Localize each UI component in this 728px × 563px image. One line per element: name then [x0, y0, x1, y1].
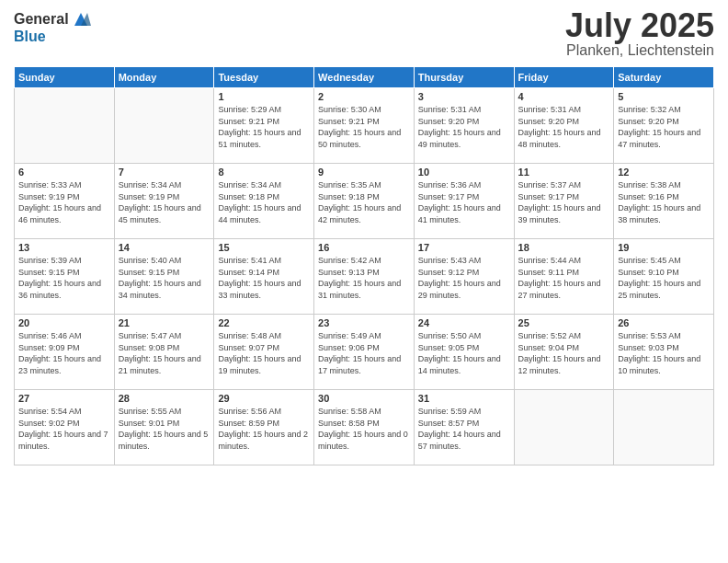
- sun-info: Sunrise: 5:44 AMSunset: 9:11 PMDaylight:…: [518, 255, 610, 301]
- calendar-cell: 29Sunrise: 5:56 AMSunset: 8:59 PMDayligh…: [214, 390, 314, 465]
- calendar-cell: 27Sunrise: 5:54 AMSunset: 9:02 PMDayligh…: [15, 390, 115, 465]
- calendar-cell: 13Sunrise: 5:39 AMSunset: 9:15 PMDayligh…: [15, 239, 115, 315]
- day-number: 18: [518, 242, 610, 253]
- calendar-cell: 21Sunrise: 5:47 AMSunset: 9:08 PMDayligh…: [114, 315, 214, 390]
- header-monday: Monday: [114, 67, 214, 88]
- day-number: 25: [518, 317, 610, 328]
- sun-info: Sunrise: 5:38 AMSunset: 9:16 PMDaylight:…: [618, 179, 710, 225]
- sun-info: Sunrise: 5:30 AMSunset: 9:21 PMDaylight:…: [318, 104, 410, 150]
- day-number: 6: [18, 167, 110, 178]
- sun-info: Sunrise: 5:55 AMSunset: 9:01 PMDaylight:…: [119, 406, 210, 452]
- calendar-week-row: 13Sunrise: 5:39 AMSunset: 9:15 PMDayligh…: [15, 239, 714, 315]
- calendar-cell: 15Sunrise: 5:41 AMSunset: 9:14 PMDayligh…: [214, 239, 314, 315]
- day-number: 31: [418, 393, 510, 404]
- sun-info: Sunrise: 5:52 AMSunset: 9:04 PMDaylight:…: [518, 330, 610, 376]
- calendar-cell: 6Sunrise: 5:33 AMSunset: 9:19 PMDaylight…: [15, 164, 115, 239]
- sun-info: Sunrise: 5:40 AMSunset: 9:15 PMDaylight:…: [119, 255, 210, 301]
- day-number: 14: [119, 242, 210, 253]
- calendar-cell: [514, 390, 614, 465]
- day-number: 7: [119, 167, 210, 178]
- day-number: 28: [119, 393, 210, 404]
- calendar-cell: 9Sunrise: 5:35 AMSunset: 9:18 PMDaylight…: [314, 164, 415, 239]
- calendar-cell: [15, 88, 115, 164]
- sun-info: Sunrise: 5:33 AMSunset: 9:19 PMDaylight:…: [18, 179, 110, 225]
- sun-info: Sunrise: 5:39 AMSunset: 9:15 PMDaylight:…: [18, 255, 110, 301]
- calendar-cell: 10Sunrise: 5:36 AMSunset: 9:17 PMDayligh…: [414, 164, 514, 239]
- sun-info: Sunrise: 5:36 AMSunset: 9:17 PMDaylight:…: [418, 179, 510, 225]
- logo-icon: [71, 9, 91, 29]
- sun-info: Sunrise: 5:42 AMSunset: 9:13 PMDaylight:…: [318, 255, 410, 301]
- sun-info: Sunrise: 5:37 AMSunset: 9:17 PMDaylight:…: [518, 179, 610, 225]
- day-number: 17: [418, 242, 510, 253]
- sun-info: Sunrise: 5:32 AMSunset: 9:20 PMDaylight:…: [618, 104, 710, 150]
- header-wednesday: Wednesday: [314, 67, 415, 88]
- day-number: 26: [618, 317, 710, 328]
- sun-info: Sunrise: 5:29 AMSunset: 9:21 PMDaylight:…: [218, 104, 310, 150]
- sun-info: Sunrise: 5:35 AMSunset: 9:18 PMDaylight:…: [318, 179, 410, 225]
- day-number: 20: [18, 317, 110, 328]
- calendar-cell: 20Sunrise: 5:46 AMSunset: 9:09 PMDayligh…: [15, 315, 115, 390]
- header-saturday: Saturday: [614, 67, 714, 88]
- day-number: 5: [618, 91, 710, 102]
- calendar-cell: 5Sunrise: 5:32 AMSunset: 9:20 PMDaylight…: [614, 88, 714, 164]
- sun-info: Sunrise: 5:49 AMSunset: 9:06 PMDaylight:…: [318, 330, 410, 376]
- calendar-cell: 26Sunrise: 5:53 AMSunset: 9:03 PMDayligh…: [614, 315, 714, 390]
- sun-info: Sunrise: 5:46 AMSunset: 9:09 PMDaylight:…: [18, 330, 110, 376]
- sun-info: Sunrise: 5:31 AMSunset: 9:20 PMDaylight:…: [418, 104, 510, 150]
- day-number: 9: [318, 167, 410, 178]
- calendar-cell: 2Sunrise: 5:30 AMSunset: 9:21 PMDaylight…: [314, 88, 415, 164]
- page: General Blue July 2025 Planken, Liechten…: [0, 0, 728, 563]
- title-location: Planken, Liechtenstein: [565, 42, 714, 59]
- calendar-cell: 3Sunrise: 5:31 AMSunset: 9:20 PMDaylight…: [414, 88, 514, 164]
- sun-info: Sunrise: 5:41 AMSunset: 9:14 PMDaylight:…: [218, 255, 310, 301]
- calendar-cell: 16Sunrise: 5:42 AMSunset: 9:13 PMDayligh…: [314, 239, 415, 315]
- header: General Blue July 2025 Planken, Liechten…: [14, 9, 714, 59]
- calendar-cell: 25Sunrise: 5:52 AMSunset: 9:04 PMDayligh…: [514, 315, 614, 390]
- calendar-cell: 11Sunrise: 5:37 AMSunset: 9:17 PMDayligh…: [514, 164, 614, 239]
- calendar-week-row: 20Sunrise: 5:46 AMSunset: 9:09 PMDayligh…: [15, 315, 714, 390]
- calendar-week-row: 1Sunrise: 5:29 AMSunset: 9:21 PMDaylight…: [15, 88, 714, 164]
- sun-info: Sunrise: 5:54 AMSunset: 9:02 PMDaylight:…: [18, 406, 110, 452]
- calendar-cell: 18Sunrise: 5:44 AMSunset: 9:11 PMDayligh…: [514, 239, 614, 315]
- calendar-week-row: 27Sunrise: 5:54 AMSunset: 9:02 PMDayligh…: [15, 390, 714, 465]
- sun-info: Sunrise: 5:59 AMSunset: 8:57 PMDaylight:…: [418, 406, 510, 452]
- sun-info: Sunrise: 5:34 AMSunset: 9:18 PMDaylight:…: [218, 179, 310, 225]
- calendar-cell: [614, 390, 714, 465]
- day-number: 12: [618, 167, 710, 178]
- logo-blue: Blue: [14, 29, 46, 44]
- title-block: July 2025 Planken, Liechtenstein: [565, 9, 714, 59]
- calendar-table: Sunday Monday Tuesday Wednesday Thursday…: [14, 66, 714, 465]
- day-number: 23: [318, 317, 410, 328]
- sun-info: Sunrise: 5:48 AMSunset: 9:07 PMDaylight:…: [218, 330, 310, 376]
- day-number: 21: [119, 317, 210, 328]
- calendar-cell: 1Sunrise: 5:29 AMSunset: 9:21 PMDaylight…: [214, 88, 314, 164]
- day-number: 10: [418, 167, 510, 178]
- title-month-year: July 2025: [565, 9, 714, 42]
- sun-info: Sunrise: 5:53 AMSunset: 9:03 PMDaylight:…: [618, 330, 710, 376]
- calendar-cell: 31Sunrise: 5:59 AMSunset: 8:57 PMDayligh…: [414, 390, 514, 465]
- calendar-cell: 24Sunrise: 5:50 AMSunset: 9:05 PMDayligh…: [414, 315, 514, 390]
- day-number: 13: [18, 242, 110, 253]
- day-number: 24: [418, 317, 510, 328]
- day-number: 3: [418, 91, 510, 102]
- calendar-cell: 8Sunrise: 5:34 AMSunset: 9:18 PMDaylight…: [214, 164, 314, 239]
- header-sunday: Sunday: [15, 67, 115, 88]
- sun-info: Sunrise: 5:58 AMSunset: 8:58 PMDaylight:…: [318, 406, 410, 452]
- sun-info: Sunrise: 5:56 AMSunset: 8:59 PMDaylight:…: [218, 406, 310, 452]
- calendar-cell: 14Sunrise: 5:40 AMSunset: 9:15 PMDayligh…: [114, 239, 214, 315]
- day-number: 2: [318, 91, 410, 102]
- calendar-header-row: Sunday Monday Tuesday Wednesday Thursday…: [15, 67, 714, 88]
- sun-info: Sunrise: 5:47 AMSunset: 9:08 PMDaylight:…: [119, 330, 210, 376]
- day-number: 16: [318, 242, 410, 253]
- day-number: 27: [18, 393, 110, 404]
- calendar-cell: [114, 88, 214, 164]
- day-number: 29: [218, 393, 310, 404]
- header-thursday: Thursday: [414, 67, 514, 88]
- day-number: 19: [618, 242, 710, 253]
- sun-info: Sunrise: 5:34 AMSunset: 9:19 PMDaylight:…: [119, 179, 210, 225]
- calendar-cell: 23Sunrise: 5:49 AMSunset: 9:06 PMDayligh…: [314, 315, 415, 390]
- calendar-cell: 22Sunrise: 5:48 AMSunset: 9:07 PMDayligh…: [214, 315, 314, 390]
- day-number: 4: [518, 91, 610, 102]
- day-number: 1: [218, 91, 310, 102]
- calendar-cell: 4Sunrise: 5:31 AMSunset: 9:20 PMDaylight…: [514, 88, 614, 164]
